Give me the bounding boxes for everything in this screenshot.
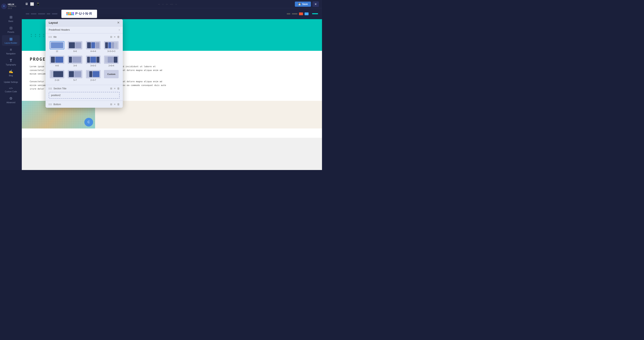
- layout-label-3-6-3: 3+6+3: [90, 65, 96, 67]
- layout-option-4-8[interactable]: 4+8: [49, 55, 65, 68]
- layout-builder-icon: ▦: [9, 37, 13, 41]
- layout-preview-3-3-3-3: [104, 41, 118, 49]
- nav-dot-2: [31, 13, 36, 14]
- right-nav-dot-2: [292, 13, 298, 14]
- top-nav-link5[interactable]: ··: [176, 3, 177, 5]
- top-nav-link3[interactable]: ···: [166, 3, 168, 5]
- layout-preview-6-6: [68, 41, 82, 49]
- section-title-header: Section Title ⊞ ≡ 🗑: [49, 87, 120, 90]
- panel-title: Layout: [49, 21, 58, 24]
- custom-button[interactable]: Custom: [104, 70, 118, 78]
- mobile-icon[interactable]: 📱: [36, 2, 40, 6]
- layout-option-12[interactable]: 12: [49, 40, 65, 53]
- bottom-list-button[interactable]: ≡: [114, 103, 116, 106]
- sidebar-item-navigation[interactable]: ≡ Navigation: [2, 46, 20, 56]
- layout-label-4-8: 4+8: [55, 65, 58, 67]
- sidebar-item-basic[interactable]: ⊞ Basic: [2, 13, 20, 24]
- sidebar-item-presets[interactable]: ⊟ Presets: [2, 24, 20, 35]
- presets-icon: ⊟: [10, 26, 12, 30]
- sidebar-item-blog[interactable]: ✍ Blog: [2, 68, 20, 78]
- layout-option-5-7[interactable]: 5+7: [67, 69, 84, 82]
- layout-label-4-4-4: 4+4+4: [90, 50, 96, 52]
- advanced-icon: ⚙: [9, 96, 12, 101]
- layout-option-custom[interactable]: Custom: [103, 69, 120, 82]
- save-button[interactable]: 💾 Save: [295, 1, 311, 7]
- topbar-right: 💾 Save ✕: [295, 1, 319, 7]
- header-right-nav: [287, 12, 318, 15]
- basic-icon: ⊞: [10, 15, 12, 19]
- tablet-icon[interactable]: ⬜: [30, 2, 34, 6]
- sidebar-item-advanced[interactable]: ⚙ Advanced: [2, 95, 20, 105]
- row1-header: ttle ⊞ ≡ 🗑: [49, 35, 120, 38]
- layout-option-3-3-3-3[interactable]: 3+3+3+3: [103, 40, 120, 53]
- position-input[interactable]: [49, 92, 120, 99]
- custom-code-icon: </>: [9, 87, 13, 90]
- layout-preview-5-7: [68, 70, 82, 78]
- section-list-button[interactable]: ≡: [114, 87, 116, 90]
- top-nav-link2[interactable]: ··: [162, 3, 164, 5]
- layout-label-2-6-4: 2+6+4: [108, 65, 114, 67]
- sidebar-item-typography[interactable]: T Typography: [2, 57, 20, 67]
- row1-list-button[interactable]: ≡: [114, 35, 116, 38]
- topbar-left: 🖥 ⬜ 📱: [25, 2, 40, 6]
- logo-preview: P·U·I·N·R: [62, 10, 97, 18]
- layout-option-3-9[interactable]: 3+9: [67, 55, 84, 68]
- section-delete-button[interactable]: 🗑: [117, 87, 120, 90]
- app-version: ULTIMATE 2.1.1: [8, 5, 21, 9]
- header-nav-dots: [26, 13, 58, 14]
- bottom-section-title: Bottom: [54, 103, 61, 106]
- section-title-row: Section Title ⊞ ≡ 🗑: [46, 85, 123, 101]
- section-title-actions: ⊞ ≡ 🗑: [110, 87, 120, 90]
- sidebar-item-label-basic: Basic: [8, 20, 13, 22]
- preview-header-strip: P·U·I·N·R: [22, 8, 322, 19]
- layout-option-2-10[interactable]: 2+10: [49, 69, 65, 82]
- panel-close-button[interactable]: ✕: [117, 21, 120, 24]
- logo-pixel-grid: [66, 12, 74, 15]
- layout-option-4-4-4[interactable]: 4+4+4: [85, 40, 102, 53]
- layout-option-3-6-3[interactable]: 3+6+3: [85, 55, 102, 68]
- row1-copy-button[interactable]: ⊞: [110, 35, 112, 38]
- topbar: 🖥 ⬜ 📱 ··· ·· ··· ····· ·· 💾 Save ✕: [22, 0, 322, 8]
- nav-dot-1: [26, 13, 29, 14]
- layout-label-2-3-7: 2+3+7: [90, 79, 96, 81]
- row1-delete-button[interactable]: 🗑: [117, 35, 120, 38]
- layout-preview-2-6-4: [104, 56, 118, 64]
- bottom-section-header: Bottom ⊞ ≡ 🗑: [46, 101, 123, 108]
- top-nav-link[interactable]: ···: [158, 3, 160, 5]
- sidebar-item-layout-builder[interactable]: ▦ Layout Builder: [2, 35, 20, 46]
- layout-preview-2-3-7: [86, 70, 100, 78]
- predefined-headers-label: Predefined Headers: [49, 28, 70, 31]
- row-section-1: ttle ⊞ ≡ 🗑 12: [46, 33, 123, 85]
- bottom-circle-icon: C: [84, 118, 93, 127]
- blog-icon: ✍: [9, 69, 13, 74]
- layout-preview-2-10: [50, 70, 64, 78]
- bottom-actions: ⊞ ≡ 🗑: [110, 103, 120, 106]
- predefined-headers-row[interactable]: Predefined Headers ›: [46, 26, 123, 33]
- sidebar-item-update-settings[interactable]: Update Settings: [2, 79, 20, 85]
- layout-panel: Layout ✕ Predefined Headers › ttle: [46, 19, 123, 108]
- drag-handle[interactable]: [49, 36, 52, 38]
- layout-option-6-6[interactable]: 6+6: [67, 40, 84, 53]
- bottom-delete-button[interactable]: 🗑: [117, 103, 120, 106]
- highlight-bar: [312, 13, 318, 14]
- layout-option-2-3-7[interactable]: 2+3+7: [85, 69, 102, 82]
- layout-label-2-10: 2+10: [55, 79, 59, 81]
- flag-blue: [304, 12, 308, 15]
- bottom-copy-button[interactable]: ⊞: [110, 103, 112, 106]
- section-copy-button[interactable]: ⊞: [110, 87, 112, 90]
- nav-dot-5: [52, 13, 58, 14]
- close-button[interactable]: ✕: [312, 1, 319, 7]
- layout-preview-12: [50, 41, 64, 49]
- chevron-right-icon: ›: [119, 28, 120, 31]
- top-nav-link4[interactable]: ·····: [170, 3, 173, 5]
- desktop-icon[interactable]: 🖥: [25, 2, 28, 6]
- topbar-center: ··· ·· ··· ····· ··: [158, 3, 177, 5]
- device-icons: 🖥 ⬜ 📱: [25, 2, 40, 6]
- layout-option-2-6-4[interactable]: 2+6+4: [103, 55, 120, 68]
- sidebar-item-label-presets: Presets: [8, 31, 14, 33]
- save-label: Save: [302, 3, 308, 5]
- bottom-drag-handle[interactable]: [49, 104, 52, 105]
- sidebar-item-custom-code[interactable]: </> Custom Code: [2, 85, 20, 94]
- layout-options-grid: 12 6+6: [49, 40, 120, 82]
- section-drag-handle[interactable]: [49, 88, 52, 89]
